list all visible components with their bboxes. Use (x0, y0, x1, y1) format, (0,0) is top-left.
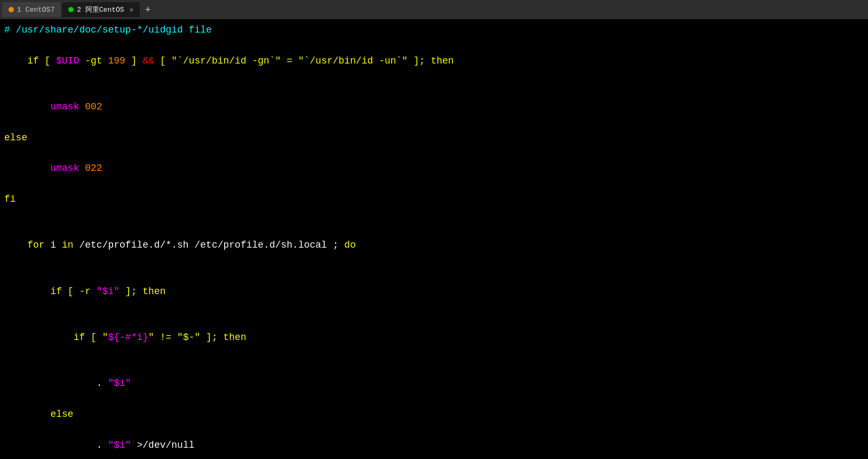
tab-label-centos7: 1 CentOS7 (17, 6, 54, 14)
line-9: if [ -r "$i" ]; then (4, 268, 864, 314)
line-11: . "$i" (4, 361, 864, 407)
tab-close-icon[interactable]: ✕ (130, 6, 133, 14)
line-2: if [ $UID -gt 199 ] && [ "`/usr/bin/id -… (4, 38, 864, 84)
line-7 (4, 207, 864, 223)
line-10: if [ "${-#*i}" != "$-" ]; then (4, 314, 864, 360)
line-8: for i in /etc/profile.d/*.sh /etc/profil… (4, 222, 864, 268)
tab-centos7[interactable]: 1 CentOS7 (2, 2, 61, 17)
line-4: else (4, 130, 864, 146)
tab-dot-centos7 (9, 7, 14, 12)
tab-add-button[interactable]: + (141, 2, 155, 17)
terminal: # /usr/share/doc/setup-*/uidgid file if … (0, 19, 868, 459)
line-1: # /usr/share/doc/setup-*/uidgid file (4, 22, 864, 38)
line-12: else (4, 407, 864, 422)
tab-dot-aliyun (68, 7, 74, 12)
tab-bar: 1 CentOS7 2 阿里CentOS ✕ + (0, 0, 868, 19)
tab-aliyun[interactable]: 2 阿里CentOS ✕ (62, 2, 140, 17)
line-5: umask 022 (4, 145, 864, 191)
tab-label-aliyun: 2 阿里CentOS (77, 5, 124, 14)
line-3: umask 002 (4, 84, 864, 130)
line-6: fi (4, 192, 864, 207)
line-13: . "$i" >/dev/null (4, 422, 864, 459)
